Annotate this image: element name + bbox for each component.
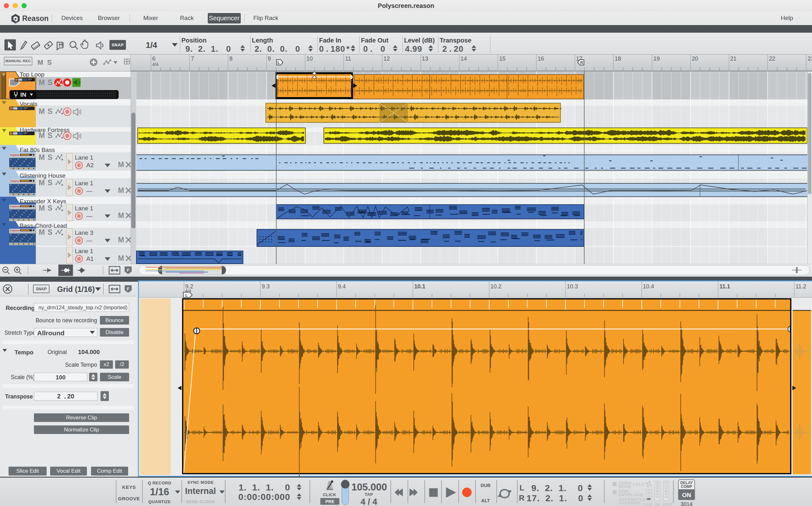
svg-text:DUB: DUB [480,483,490,488]
svg-text:ALT: ALT [481,498,490,503]
